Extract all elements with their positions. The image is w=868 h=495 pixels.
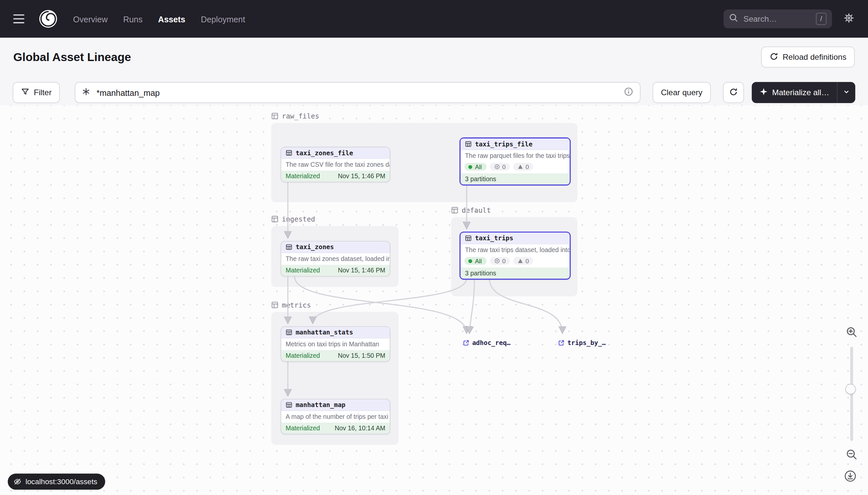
asset-node-manhattan-map[interactable]: manhattan_map A map of the number of tri… bbox=[281, 399, 390, 434]
asset-description: The raw parquet files for the taxi trips… bbox=[461, 150, 569, 161]
group-label-raw-files[interactable]: raw_files bbox=[271, 112, 319, 120]
zoom-slider-handle[interactable] bbox=[845, 384, 856, 394]
missing-partitions-badge: 0 bbox=[513, 257, 533, 265]
gear-icon[interactable] bbox=[843, 12, 854, 25]
materialized-label: Materialized bbox=[286, 267, 320, 273]
asset-name: taxi_trips_file bbox=[475, 140, 532, 148]
group-name: default bbox=[462, 206, 491, 214]
asset-node-taxi-zones[interactable]: taxi_zones The raw taxi zones dataset, l… bbox=[281, 241, 390, 276]
asset-node-taxi-trips-file[interactable]: taxi_trips_file The raw parquet files fo… bbox=[460, 138, 571, 186]
reload-definitions-label: Reload definitions bbox=[783, 52, 847, 62]
global-search[interactable]: / bbox=[724, 10, 832, 28]
materialized-timestamp: Nov 15, 1:46 PM bbox=[338, 173, 386, 180]
reload-definitions-button[interactable]: Reload definitions bbox=[761, 47, 855, 68]
download-view-button[interactable] bbox=[844, 469, 857, 482]
asset-name: manhattan_map bbox=[296, 401, 346, 409]
filter-funnel-icon bbox=[21, 88, 29, 98]
clear-query-button[interactable]: Clear query bbox=[653, 82, 711, 103]
asset-selection-input[interactable] bbox=[75, 82, 640, 103]
asset-description: A map of the number of trips per taxi z… bbox=[281, 411, 390, 423]
materialize-all-button[interactable]: Materialize all… bbox=[751, 82, 837, 103]
green-dot-icon bbox=[468, 259, 472, 263]
group-label-ingested[interactable]: ingested bbox=[271, 215, 315, 223]
asset-name: taxi_zones bbox=[296, 243, 334, 251]
asset-name: taxi_trips bbox=[475, 234, 513, 242]
asset-node-header: taxi_zones_file bbox=[281, 148, 390, 159]
asset-status-row: Materialized Nov 15, 1:46 PM bbox=[281, 171, 390, 182]
materialized-timestamp: Nov 15, 1:50 PM bbox=[338, 352, 386, 359]
external-asset-adhoc-request[interactable]: adhoc_req… bbox=[463, 339, 511, 347]
partitions-count-row: 3 partitions bbox=[461, 173, 569, 185]
chevron-down-icon bbox=[843, 88, 850, 98]
external-asset-name: adhoc_req… bbox=[472, 339, 510, 347]
green-dot-icon bbox=[468, 165, 472, 169]
materialized-timestamp: Nov 15, 1:46 PM bbox=[338, 267, 386, 273]
asset-node-taxi-trips[interactable]: taxi_trips The raw taxi trips dataset, l… bbox=[460, 232, 571, 280]
search-shortcut-badge: / bbox=[816, 13, 826, 25]
asset-query-input[interactable] bbox=[95, 87, 619, 98]
main-nav: Overview Runs Assets Deployment bbox=[73, 14, 245, 24]
status-url: localhost:3000/assets bbox=[25, 478, 98, 486]
asset-node-header: manhattan_map bbox=[281, 399, 390, 411]
search-icon bbox=[729, 14, 738, 24]
asset-node-manhattan-stats[interactable]: manhattan_stats Metrics on taxi trips in… bbox=[281, 326, 390, 362]
navbar-right: / bbox=[724, 10, 855, 28]
asset-description: Metrics on taxi trips in Manhattan bbox=[281, 338, 390, 350]
materialize-dropdown-button[interactable] bbox=[837, 82, 855, 103]
materialized-label: Materialized bbox=[286, 173, 320, 180]
group-name: metrics bbox=[282, 301, 311, 309]
refresh-graph-button[interactable] bbox=[723, 82, 744, 103]
materialize-all-label: Materialize all… bbox=[772, 88, 829, 97]
asset-description: The raw taxi trips dataset, loaded into … bbox=[461, 244, 569, 256]
materialized-label: Materialized bbox=[286, 352, 320, 359]
external-asset-trips-by[interactable]: trips_by_… bbox=[558, 339, 606, 347]
page-header: Global Asset Lineage Reload definitions bbox=[0, 38, 868, 76]
asset-status-row: Materialized Nov 15, 1:50 PM bbox=[281, 350, 390, 361]
zoom-in-button[interactable] bbox=[845, 325, 858, 339]
lineage-toolbar: Filter Clear query Materialize all bbox=[0, 81, 868, 104]
refresh-icon bbox=[729, 87, 738, 98]
asset-node-taxi-zones-file[interactable]: taxi_zones_file The raw CSV file for the… bbox=[281, 147, 390, 182]
eye-off-icon bbox=[14, 478, 22, 486]
refresh-icon bbox=[769, 52, 778, 62]
sparkle-icon bbox=[759, 88, 768, 98]
top-navbar: Overview Runs Assets Deployment / bbox=[0, 0, 868, 38]
asset-status-row: Materialized Nov 15, 1:46 PM bbox=[281, 265, 390, 276]
app-screen: Overview Runs Assets Deployment / bbox=[0, 0, 868, 495]
asset-description: The raw taxi zones dataset, loaded int… bbox=[281, 253, 390, 264]
partition-health-row: All 0 0 bbox=[461, 162, 569, 173]
page-title: Global Asset Lineage bbox=[14, 51, 131, 64]
asset-name: taxi_zones_file bbox=[296, 149, 353, 157]
info-icon[interactable] bbox=[624, 87, 634, 98]
group-label-metrics[interactable]: metrics bbox=[271, 301, 311, 309]
partitions-all-badge: All bbox=[464, 257, 487, 265]
browser-status-bubble: localhost:3000/assets bbox=[8, 474, 105, 490]
filter-button-label: Filter bbox=[34, 88, 52, 97]
asset-name: manhattan_stats bbox=[296, 328, 353, 337]
missing-partitions-badge: 0 bbox=[513, 163, 533, 171]
failed-partitions-badge: 0 bbox=[490, 163, 510, 171]
zoom-out-button[interactable] bbox=[845, 448, 858, 461]
asset-node-header: taxi_trips bbox=[461, 233, 569, 244]
external-asset-name: trips_by_… bbox=[568, 339, 606, 347]
materialize-split-button: Materialize all… bbox=[751, 82, 855, 103]
partitions-count-row: 3 partitions bbox=[461, 268, 569, 279]
search-input[interactable] bbox=[742, 14, 812, 24]
dagster-logo-icon[interactable] bbox=[39, 9, 59, 29]
asset-status-row: Materialized Nov 16, 10:14 AM bbox=[281, 423, 390, 434]
nav-overview[interactable]: Overview bbox=[73, 14, 108, 24]
group-name: ingested bbox=[282, 215, 315, 223]
partitions-all-badge: All bbox=[464, 163, 487, 171]
asset-node-header: manhattan_stats bbox=[281, 327, 390, 338]
nav-assets[interactable]: Assets bbox=[158, 14, 185, 24]
asset-node-header: taxi_trips_file bbox=[461, 138, 569, 150]
nav-runs[interactable]: Runs bbox=[123, 14, 142, 24]
filter-button[interactable]: Filter bbox=[13, 82, 60, 103]
menu-icon[interactable] bbox=[14, 12, 27, 25]
materialized-label: Materialized bbox=[286, 425, 320, 431]
group-label-default[interactable]: default bbox=[451, 206, 491, 214]
asset-description: The raw CSV file for the taxi zones dat… bbox=[281, 159, 390, 170]
group-name: raw_files bbox=[282, 112, 319, 120]
nav-deployment[interactable]: Deployment bbox=[201, 14, 245, 24]
asset-node-header: taxi_zones bbox=[281, 242, 390, 253]
